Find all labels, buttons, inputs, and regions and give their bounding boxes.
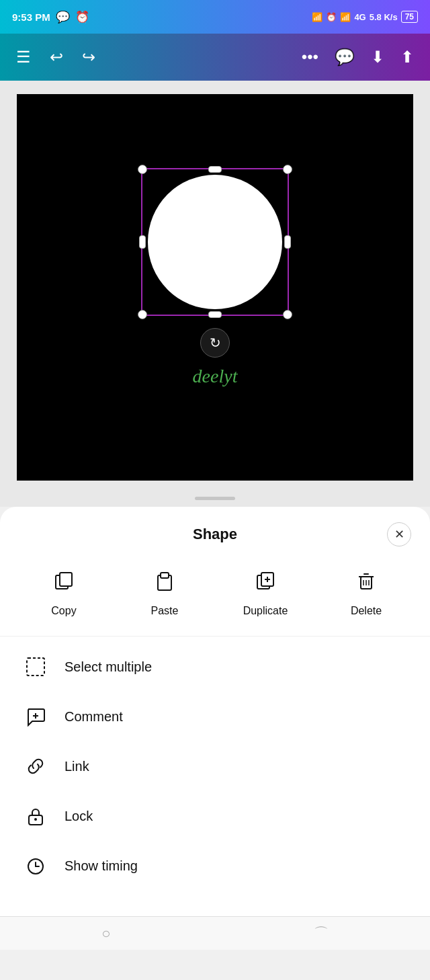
handle-bottom-left[interactable]: [138, 310, 147, 319]
comment-item[interactable]: Comment: [0, 692, 430, 741]
clock-icon: ⏰: [326, 12, 337, 22]
paste-icon: [147, 563, 182, 598]
alarm-icon: ⏰: [75, 10, 89, 24]
handle-left[interactable]: [139, 235, 146, 249]
copy-button[interactable]: Copy: [37, 563, 91, 617]
status-left: 9:53 PM 💬 ⏰: [12, 10, 89, 24]
signal-icon: 📶: [312, 12, 322, 22]
rotate-icon: ↻: [210, 335, 221, 351]
bottom-sheet: Shape ✕ Copy Paste: [0, 507, 430, 916]
link-icon: [24, 756, 47, 776]
drag-indicator-area: [0, 487, 430, 507]
delete-icon: [349, 563, 384, 598]
more-icon[interactable]: •••: [302, 48, 318, 67]
canvas-frame: ↻ deelyt: [17, 94, 413, 481]
white-circle-shape: [148, 175, 282, 309]
svg-point-18: [34, 818, 37, 821]
drag-pill[interactable]: [195, 497, 235, 500]
delete-label: Delete: [351, 605, 382, 617]
bottom-nav: ○ ⌒: [0, 916, 430, 950]
action-buttons-row: Copy Paste Duplicate: [0, 557, 430, 637]
canvas-area: ↻ deelyt: [0, 81, 430, 487]
status-right: 📶 ⏰ 📶 4G 5.8 K/s 75: [312, 11, 418, 23]
duplicate-button[interactable]: Duplicate: [239, 563, 292, 617]
nav-home-icon[interactable]: ○: [101, 925, 110, 942]
svg-rect-3: [161, 573, 169, 578]
select-multiple-icon: [24, 657, 47, 677]
sheet-title: Shape: [193, 526, 237, 543]
show-timing-label: Show timing: [64, 858, 138, 874]
lock-label: Lock: [64, 809, 93, 824]
toolbar: ☰ ↩ ↪ ••• 💬 ⬇ ⬆: [0, 34, 430, 81]
svg-rect-1: [60, 573, 72, 586]
copy-icon: [46, 563, 81, 598]
handle-right[interactable]: [284, 235, 291, 249]
share-icon[interactable]: ⬆: [400, 48, 414, 67]
battery-label: 75: [401, 11, 418, 23]
comment-label: Comment: [64, 709, 123, 725]
nav-back-icon[interactable]: ⌒: [314, 924, 329, 944]
menu-list: Select multiple Comment Link: [0, 637, 430, 896]
comment-icon[interactable]: 💬: [335, 48, 355, 67]
handle-top-right[interactable]: [283, 165, 292, 174]
toolbar-right: ••• 💬 ⬇ ⬆: [302, 48, 414, 67]
status-time: 9:53 PM: [12, 11, 50, 23]
status-bar: 9:53 PM 💬 ⏰ 📶 ⏰ 📶 4G 5.8 K/s 75: [0, 0, 430, 34]
undo-icon[interactable]: ↩: [50, 48, 63, 67]
close-button[interactable]: ✕: [387, 522, 411, 546]
copy-label: Copy: [51, 605, 76, 617]
paste-label: Paste: [151, 605, 179, 617]
rotate-button[interactable]: ↻: [200, 328, 230, 358]
toolbar-left: ☰ ↩ ↪: [16, 48, 95, 67]
select-multiple-label: Select multiple: [64, 659, 152, 675]
handle-bottom-right[interactable]: [283, 310, 292, 319]
speed-label: 5.8 K/s: [370, 12, 398, 22]
delete-button[interactable]: Delete: [339, 563, 393, 617]
handle-bottom[interactable]: [208, 311, 222, 318]
redo-icon[interactable]: ↪: [82, 48, 95, 67]
handle-top-left[interactable]: [138, 165, 147, 174]
whatsapp-icon: 💬: [56, 10, 70, 24]
svg-rect-14: [27, 658, 44, 676]
show-timing-item[interactable]: Show timing: [0, 841, 430, 891]
duplicate-label: Duplicate: [243, 605, 288, 617]
clock-timing-icon: [24, 856, 47, 876]
brand-text: deelyt: [193, 366, 238, 387]
close-icon: ✕: [394, 527, 404, 542]
comment-add-icon: [24, 706, 47, 727]
sheet-header: Shape ✕: [0, 507, 430, 557]
lock-item[interactable]: Lock: [0, 791, 430, 841]
shape-container[interactable]: [141, 168, 289, 316]
lock-icon: [24, 806, 47, 826]
link-label: Link: [64, 759, 89, 774]
select-multiple-item[interactable]: Select multiple: [0, 642, 430, 692]
network-label: 4G: [354, 12, 366, 22]
duplicate-icon: [248, 563, 283, 598]
link-item[interactable]: Link: [0, 741, 430, 791]
menu-icon[interactable]: ☰: [16, 48, 31, 67]
handle-top[interactable]: [208, 166, 222, 173]
paste-button[interactable]: Paste: [138, 563, 191, 617]
signal2-icon: 📶: [340, 12, 351, 22]
download-icon[interactable]: ⬇: [371, 48, 384, 67]
